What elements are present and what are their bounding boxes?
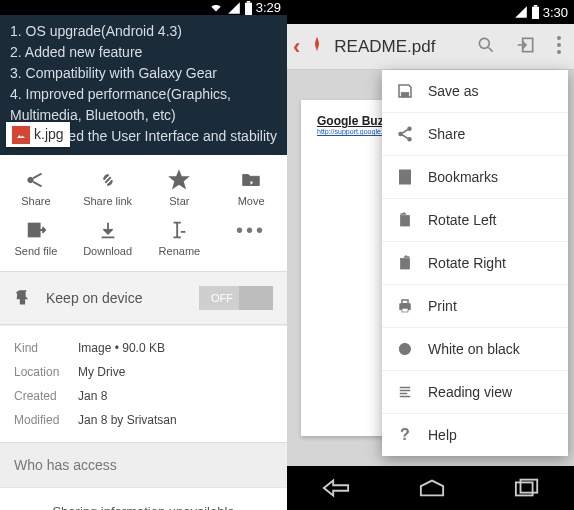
svg-rect-1 <box>246 1 250 3</box>
svg-rect-18 <box>401 216 410 227</box>
help-icon: ? <box>396 426 414 444</box>
svg-rect-3 <box>29 224 40 237</box>
menu-rotate-left[interactable]: Rotate Left <box>382 199 568 242</box>
move-button[interactable]: Move <box>215 163 287 213</box>
svg-rect-19 <box>401 259 410 270</box>
menu-bookmarks[interactable]: Bookmarks <box>382 156 568 199</box>
signal-icon <box>227 1 241 15</box>
overflow-menu: Save as Share Bookmarks Rotate Left Rota… <box>382 70 568 456</box>
signal-icon <box>514 5 528 19</box>
more-icon: ••• <box>236 219 266 241</box>
pdf-toolbar: ‹ README.pdf <box>287 24 574 70</box>
rename-button[interactable]: Rename <box>144 213 216 263</box>
export-icon[interactable] <box>510 35 542 59</box>
keep-toggle[interactable]: OFF <box>199 286 273 310</box>
back-icon[interactable] <box>322 478 350 498</box>
battery-icon <box>244 1 253 15</box>
image-icon <box>12 126 30 144</box>
home-icon[interactable] <box>419 478 445 498</box>
battery-icon <box>531 5 540 19</box>
svg-point-14 <box>399 133 402 136</box>
svg-point-12 <box>557 50 561 54</box>
svg-rect-22 <box>402 308 408 312</box>
overflow-icon[interactable] <box>550 35 568 59</box>
menu-save-as[interactable]: Save as <box>382 70 568 113</box>
status-bar: 3:29 <box>0 0 287 15</box>
meta-panel: KindImage • 90.0 KB LocationMy Drive Cre… <box>0 325 287 442</box>
access-body: Sharing information unavailable <box>0 487 287 510</box>
svg-rect-0 <box>245 2 252 14</box>
keep-on-device-row: Keep on device OFF <box>0 271 287 325</box>
back-chevron-icon[interactable]: ‹ <box>293 34 300 60</box>
pdf-app-icon <box>308 35 326 58</box>
menu-white-on-black[interactable]: White on black <box>382 328 568 371</box>
svg-rect-7 <box>533 5 537 7</box>
keep-label: Keep on device <box>46 290 143 306</box>
action-grid: Share Share link Star Move Send file Dow… <box>0 155 287 267</box>
wifi-icon <box>208 1 224 15</box>
pin-icon <box>14 287 32 309</box>
clock: 3:29 <box>256 0 281 15</box>
access-header: Who has access <box>0 442 287 487</box>
toggle-knob <box>239 286 273 310</box>
note-line: 1. OS upgrade(Android 4.3) <box>10 21 277 42</box>
nav-bar <box>287 466 574 510</box>
recent-icon[interactable] <box>514 478 540 498</box>
menu-share[interactable]: Share <box>382 113 568 156</box>
status-bar: 3:30 <box>287 0 574 24</box>
menu-rotate-right[interactable]: Rotate Right <box>382 242 568 285</box>
svg-rect-21 <box>402 300 408 304</box>
svg-point-2 <box>28 177 34 183</box>
send-file-button[interactable]: Send file <box>0 213 72 263</box>
share-button[interactable]: Share <box>0 163 72 213</box>
note-line: 4. Improved performance(Graphics, Multim… <box>10 84 277 126</box>
svg-point-15 <box>408 127 411 130</box>
menu-reading-view[interactable]: Reading view <box>382 371 568 414</box>
svg-rect-13 <box>401 93 409 98</box>
search-icon[interactable] <box>470 35 502 59</box>
svg-rect-6 <box>532 7 539 19</box>
phone-right: 3:30 ‹ README.pdf Google Buzz http://sup… <box>287 0 574 510</box>
share-link-button[interactable]: Share link <box>72 163 144 213</box>
svg-point-11 <box>557 43 561 47</box>
notes-panel: 1. OS upgrade(Android 4.3) 2. Added new … <box>0 15 287 155</box>
download-button[interactable]: Download <box>72 213 144 263</box>
svg-point-8 <box>479 38 489 48</box>
note-line: 3. Compatibility with Galaxy Gear <box>10 63 277 84</box>
file-chip[interactable]: k.jpg <box>6 122 70 147</box>
file-name: k.jpg <box>34 124 64 145</box>
svg-point-10 <box>557 36 561 40</box>
star-button[interactable]: Star <box>144 163 216 213</box>
svg-point-16 <box>408 138 411 141</box>
more-button[interactable]: ••• <box>215 213 287 263</box>
clock: 3:30 <box>543 5 568 20</box>
pdf-title: README.pdf <box>334 37 462 57</box>
pdf-viewport[interactable]: Google Buzz http://support.google.com/dr… <box>287 70 574 466</box>
note-line: 2. Added new feature <box>10 42 277 63</box>
menu-help[interactable]: ?Help <box>382 414 568 456</box>
phone-left: 3:29 1. OS upgrade(Android 4.3) 2. Added… <box>0 0 287 510</box>
menu-print[interactable]: Print <box>382 285 568 328</box>
